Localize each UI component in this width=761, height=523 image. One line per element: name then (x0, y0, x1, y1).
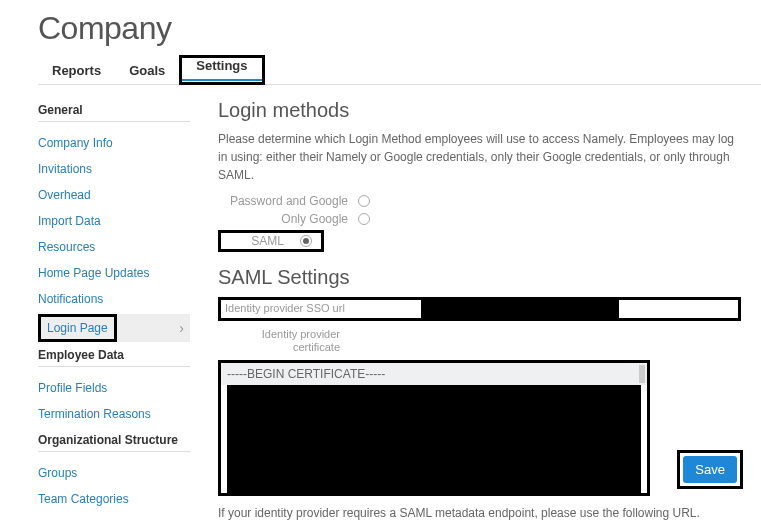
tabs: Reports Goals Settings (38, 55, 761, 85)
spacer (619, 300, 629, 318)
scrollbar[interactable] (639, 365, 645, 383)
cert-label: Identity provider certificate (218, 325, 348, 354)
radio-label-only-google: Only Google (218, 212, 358, 226)
radio-pw-google[interactable] (358, 195, 370, 207)
radio-label-pw-google: Password and Google (218, 194, 358, 208)
tab-reports[interactable]: Reports (38, 55, 115, 84)
login-method-radios: Password and Google Only Google SAML (218, 194, 741, 252)
cert-value-redacted[interactable] (221, 385, 647, 493)
login-methods-title: Login methods (218, 99, 741, 122)
sidebar-item-groups[interactable]: Groups (38, 460, 190, 486)
tab-goals[interactable]: Goals (115, 55, 179, 84)
save-button-box: Save (677, 450, 743, 489)
sidebar-item-resources[interactable]: Resources (38, 234, 190, 260)
cert-begin-line[interactable]: -----BEGIN CERTIFICATE----- (221, 363, 647, 385)
sidebar-item-overhead[interactable]: Overhead (38, 182, 190, 208)
sidebar-item-label: Login Page (41, 317, 114, 339)
radio-label-saml: SAML (224, 234, 294, 248)
sidebar-item-invitations[interactable]: Invitations (38, 156, 190, 182)
chevron-right-icon: › (179, 320, 184, 336)
cert-textarea-box: -----BEGIN CERTIFICATE----- (218, 360, 650, 496)
sidebar-item-notifications[interactable]: Notifications (38, 286, 190, 312)
sidebar-item-home-page-updates[interactable]: Home Page Updates (38, 260, 190, 286)
sidebar-item-termination-reasons[interactable]: Termination Reasons (38, 401, 190, 427)
tab-settings[interactable]: Settings (182, 50, 261, 81)
sidebar: General Company Info Invitations Overhea… (38, 97, 190, 523)
radio-saml[interactable] (300, 235, 312, 247)
sidebar-heading-org: Organizational Structure (38, 433, 190, 452)
sidebar-heading-general: General (38, 103, 190, 122)
save-button[interactable]: Save (683, 456, 737, 483)
sidebar-item-login-page[interactable]: Login Page › (38, 314, 190, 342)
sidebar-item-team-categories[interactable]: Team Categories (38, 486, 190, 512)
metadata-help-text: If your identity provider requires a SAM… (218, 506, 741, 520)
sidebar-item-import-data[interactable]: Import Data (38, 208, 190, 234)
sso-url-field-box: Identity provider SSO url (218, 297, 741, 321)
login-methods-help: Please determine which Login Method empl… (218, 130, 741, 184)
saml-settings-title: SAML Settings (218, 266, 741, 289)
sso-url-label: Identity provider SSO url (221, 300, 421, 318)
sidebar-heading-employee: Employee Data (38, 348, 190, 367)
sso-url-value-redacted[interactable] (421, 300, 619, 318)
sidebar-item-profile-fields[interactable]: Profile Fields (38, 375, 190, 401)
sidebar-item-company-info[interactable]: Company Info (38, 130, 190, 156)
page-title: Company (38, 10, 761, 47)
radio-only-google[interactable] (358, 213, 370, 225)
